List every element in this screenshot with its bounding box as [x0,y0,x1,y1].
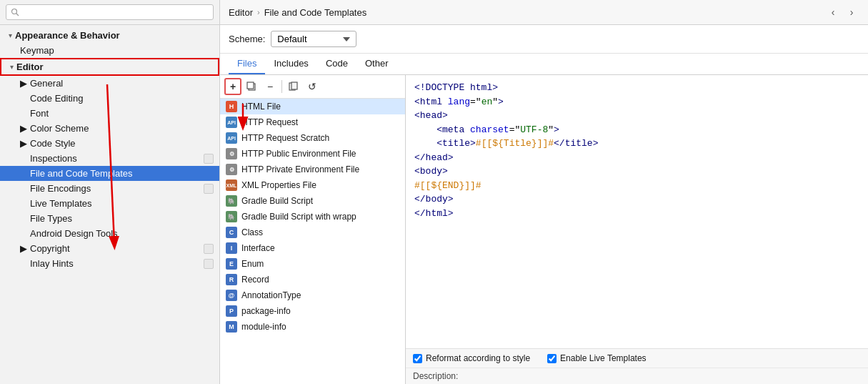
nav-label: File and Code Templates [30,168,133,179]
editor-panel: <!DOCTYPE html> <html lang="en"> <head> … [406,75,868,384]
file-item-label: XML Properties File [241,180,316,190]
sidebar-item-keymap[interactable]: Keymap [0,43,219,58]
live-templates-checkbox[interactable] [547,354,557,363]
code-line: <!DOCTYPE html> [414,81,859,95]
breadcrumb-page: File and Code Templates [264,7,367,18]
reformat-label: Reformat according to style [426,353,530,363]
file-panel: + − ↺ [220,75,406,384]
code-line: <body> [414,164,859,179]
toolbar: + − ↺ [220,75,405,99]
toolbar-separator [281,80,282,93]
arrow-icon: ▶ [20,243,27,254]
tabs-bar: Files Includes Code Other [220,54,868,75]
sidebar-item-file-encodings[interactable]: File Encodings [0,181,219,196]
sidebar-item-inlay-hints[interactable]: Inlay Hints [0,256,219,271]
nav-label: General [30,78,63,89]
chevron-icon: ▾ [10,63,14,71]
remove-template-button[interactable]: − [261,78,279,95]
sidebar-item-appearance[interactable]: ▾ Appearance & Behavior [0,28,219,43]
api-file-icon: API [226,117,237,128]
code-line: </head> [414,151,859,165]
sidebar-nav: ▾ Appearance & Behavior Keymap ▾ Editor … [0,25,219,384]
breadcrumb-bar: Editor › File and Code Templates ‹ › [220,0,868,25]
code-line: <meta charset="UTF-8"> [414,123,859,137]
description-label: Description: [406,368,868,384]
reformat-button[interactable] [285,78,302,95]
file-item-annotation[interactable]: @ AnnotationType [220,287,405,303]
reset-button[interactable]: ↺ [304,78,321,95]
file-item-http[interactable]: API HTTP Request [220,114,405,130]
scheme-select[interactable]: Default Project [271,31,356,47]
breadcrumb-separator: › [257,8,260,16]
breadcrumb: Editor › File and Code Templates [229,7,366,18]
reformat-icon [289,82,299,92]
nav-label: Android Design Tools [30,228,118,239]
reformat-checkbox[interactable] [413,354,422,363]
tab-code[interactable]: Code [317,54,356,74]
nav-label: Copyright [30,243,70,254]
main-content: Editor › File and Code Templates ‹ › Sch… [220,0,868,384]
nav-forward-button[interactable]: › [844,4,859,20]
file-item-label: Interface [241,243,275,253]
sidebar-item-font[interactable]: Font [0,106,219,121]
sidebar-item-live-templates[interactable]: Live Templates [0,196,219,211]
sidebar-item-code-style[interactable]: ▶ Code Style [0,136,219,151]
reformat-checkbox-item[interactable]: Reformat according to style [413,353,530,363]
file-item-label: HTTP Request [241,117,298,127]
sidebar-item-file-templates[interactable]: File and Code Templates [0,166,219,181]
file-item-label: Record [241,275,269,285]
sidebar-item-copyright[interactable]: ▶ Copyright [0,241,219,256]
nav-back-button[interactable]: ‹ [825,4,841,20]
search-bar [0,0,219,25]
live-templates-label: Enable Live Templates [560,353,647,363]
code-line: <head> [414,109,859,123]
file-item-interface[interactable]: I Interface [220,240,405,256]
code-line: </html> [414,207,859,221]
file-item-label: Enum [241,259,264,269]
badge-icon [204,259,214,269]
file-item-http-scratch[interactable]: API HTTP Request Scratch [220,130,405,146]
badge-icon [204,184,214,194]
gradle-file-icon: 🐘 [226,211,237,222]
mod-file-icon: M [226,321,237,333]
file-item-pkg-info[interactable]: P package-info [220,303,405,319]
editor-area[interactable]: <!DOCTYPE html> <html lang="en"> <head> … [406,75,868,348]
file-item-label: HTTP Private Environment File [241,164,359,174]
sidebar-item-editor[interactable]: ▾ Editor [0,58,219,76]
file-item-label: Gradle Build Script with wrapp [241,212,356,222]
sidebar-item-color-scheme[interactable]: ▶ Color Scheme [0,121,219,136]
copy-template-button[interactable] [243,78,260,95]
file-item-record[interactable]: R Record [220,272,405,287]
sidebar-item-file-types[interactable]: File Types [0,211,219,226]
sidebar-item-android-design[interactable]: Android Design Tools [0,226,219,241]
file-item-http-priv[interactable]: ⚙ HTTP Private Environment File [220,162,405,177]
file-item-class[interactable]: C Class [220,225,405,240]
live-templates-checkbox-item[interactable]: Enable Live Templates [547,353,647,363]
sidebar-item-general[interactable]: ▶ General [0,76,219,91]
tab-files[interactable]: Files [229,54,265,74]
file-item-html[interactable]: H HTML File [220,99,405,114]
file-item-label: package-info [241,306,291,316]
record-file-icon: R [226,274,237,285]
nav-label: File Types [30,213,72,224]
search-input[interactable] [6,4,214,20]
sidebar-item-inspections[interactable]: Inspections [0,151,219,166]
file-item-gradle[interactable]: 🐘 Gradle Build Script [220,193,405,209]
file-item-http-pub[interactable]: ⚙ HTTP Public Environment File [220,146,405,162]
file-item-label: HTTP Request Scratch [241,133,329,143]
file-item-enum[interactable]: E Enum [220,256,405,272]
file-item-mod-info[interactable]: M module-info [220,319,405,335]
file-list: H HTML File API HTTP Request API HTTP Re… [220,99,405,384]
annotation-file-icon: @ [226,290,237,301]
copy-icon [246,82,256,92]
xml-file-icon: XML [226,179,237,191]
sidebar-item-code-editing[interactable]: Code Editing [0,91,219,106]
file-item-xml[interactable]: XML XML Properties File [220,177,405,193]
scheme-label: Scheme: [229,34,265,44]
tab-other[interactable]: Other [356,54,397,74]
tab-includes[interactable]: Includes [265,54,316,74]
file-item-gradle-w[interactable]: 🐘 Gradle Build Script with wrapp [220,209,405,225]
nav-label: Editor [16,61,44,72]
add-template-button[interactable]: + [224,78,241,95]
badge-icon [204,244,214,254]
